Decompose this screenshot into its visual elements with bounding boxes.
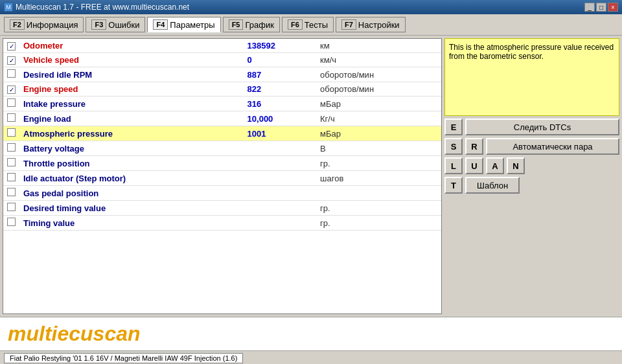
- checkbox-8[interactable]: [7, 158, 16, 166]
- table-row[interactable]: Engine load 10,000 Кг/ч: [3, 111, 441, 126]
- menu-tab-ошибки[interactable]: F3Ошибки: [86, 17, 145, 32]
- table-row[interactable]: Vehicle speed 0 км/ч: [3, 53, 441, 67]
- param-checkbox-2[interactable]: [3, 67, 19, 82]
- minimize-button[interactable]: _: [584, 3, 595, 12]
- table-row[interactable]: Battery voltage В: [3, 141, 441, 156]
- param-name-8: Throttle position: [19, 156, 244, 171]
- param-checkbox-10[interactable]: [3, 186, 19, 201]
- param-value-10: [244, 186, 316, 201]
- table-row[interactable]: Intake pressure 316 мБар: [3, 97, 441, 111]
- checkbox-1[interactable]: [7, 56, 16, 65]
- menu-tab-информация[interactable]: F2Информация: [4, 17, 84, 32]
- menu-tab-настройки[interactable]: F7Настройки: [336, 17, 406, 32]
- menu-tab-график[interactable]: F5График: [223, 17, 280, 32]
- checkbox-6[interactable]: [7, 128, 16, 137]
- checkbox-10[interactable]: [7, 188, 16, 196]
- table-row[interactable]: Throttle position гр.: [3, 156, 441, 171]
- param-name-3: Engine speed: [19, 82, 244, 97]
- param-value-5: 10,000: [244, 111, 316, 126]
- param-checkbox-8[interactable]: [3, 156, 19, 171]
- menu-tab-label: График: [245, 20, 273, 30]
- menu-tab-key: F3: [91, 19, 106, 30]
- menu-tab-label: Параметры: [170, 20, 214, 30]
- main-content: Odometer 138592 км Vehicle speed 0 км/ч …: [0, 36, 622, 317]
- template-row: T Шаблон: [444, 177, 619, 194]
- auto-params-button[interactable]: Автоматически пара: [486, 138, 619, 155]
- param-value-6: 1001: [244, 126, 316, 141]
- param-checkbox-1[interactable]: [3, 53, 19, 67]
- info-box: This is the atmospheric pressure value r…: [444, 38, 619, 116]
- param-unit-0: км: [316, 39, 441, 53]
- param-name-2: Desired idle RPM: [19, 67, 244, 82]
- checkbox-5[interactable]: [7, 113, 16, 122]
- param-checkbox-12[interactable]: [3, 216, 19, 231]
- l-key-button[interactable]: L: [444, 157, 463, 174]
- param-value-8: [244, 156, 316, 171]
- menu-tab-тесты[interactable]: F6Тесты: [282, 17, 334, 32]
- table-row[interactable]: Atmospheric pressure 1001 мБар: [3, 126, 441, 141]
- param-value-7: [244, 141, 316, 156]
- close-button[interactable]: ×: [608, 3, 618, 12]
- logo-text3: cuscan: [69, 322, 140, 345]
- menu-tab-key: F5: [229, 19, 244, 30]
- checkbox-11[interactable]: [7, 203, 16, 211]
- param-checkbox-9[interactable]: [3, 171, 19, 186]
- right-panel: This is the atmospheric pressure value r…: [444, 38, 619, 314]
- param-unit-8: гр.: [316, 156, 441, 171]
- table-row[interactable]: Timing value гр.: [3, 216, 441, 231]
- s-key-button[interactable]: S: [444, 138, 463, 155]
- logo-text1: multi: [8, 322, 57, 345]
- param-checkbox-3[interactable]: [3, 82, 19, 97]
- param-name-5: Engine load: [19, 111, 244, 126]
- checkbox-9[interactable]: [7, 173, 16, 181]
- table-row[interactable]: Desired timing value гр.: [3, 201, 441, 216]
- table-row[interactable]: Gas pedal position: [3, 186, 441, 201]
- param-checkbox-5[interactable]: [3, 111, 19, 126]
- checkbox-7[interactable]: [7, 143, 16, 152]
- param-unit-11: гр.: [316, 201, 441, 216]
- checkbox-3[interactable]: [7, 85, 16, 94]
- follow-dtcs-button[interactable]: Следить DTCs: [465, 119, 619, 135]
- r-key-button[interactable]: R: [465, 138, 483, 155]
- param-unit-7: В: [316, 141, 441, 156]
- menu-tab-key: F2: [10, 19, 25, 30]
- param-name-0: Odometer: [19, 39, 244, 53]
- u-key-button[interactable]: U: [465, 157, 483, 174]
- checkbox-4[interactable]: [7, 98, 16, 107]
- param-unit-4: мБар: [316, 97, 441, 111]
- param-unit-1: км/ч: [316, 53, 441, 67]
- param-unit-10: [316, 186, 441, 201]
- table-row[interactable]: Desired idle RPM 887 оборотов/мин: [3, 67, 441, 82]
- param-checkbox-11[interactable]: [3, 201, 19, 216]
- n-key-button[interactable]: N: [507, 157, 525, 174]
- params-scroll[interactable]: Odometer 138592 км Vehicle speed 0 км/ч …: [3, 39, 441, 313]
- checkbox-2[interactable]: [7, 69, 16, 78]
- a-key-button[interactable]: A: [486, 157, 504, 174]
- e-key-button[interactable]: E: [444, 119, 463, 135]
- param-value-11: [244, 201, 316, 216]
- window-title: Multiecuscan 1.7 - FREE at www.multiecus…: [16, 3, 189, 12]
- template-button[interactable]: Шаблон: [465, 177, 520, 194]
- param-unit-5: Кг/ч: [316, 111, 441, 126]
- maximize-button[interactable]: □: [596, 3, 606, 12]
- table-row[interactable]: Idle actuator (Step motor) шагов: [3, 171, 441, 186]
- menu-bar: F2ИнформацияF3ОшибкиF4ПараметрыF5ГрафикF…: [0, 14, 622, 36]
- menu-tab-параметры[interactable]: F4Параметры: [147, 17, 220, 32]
- status-text: Fiat Palio Restyling '01 1.6 16V / Magne…: [4, 353, 243, 363]
- table-row[interactable]: Odometer 138592 км: [3, 39, 441, 53]
- checkbox-12[interactable]: [7, 218, 16, 226]
- app-icon: M: [4, 3, 13, 12]
- param-checkbox-4[interactable]: [3, 97, 19, 111]
- info-text: This is the atmospheric pressure value r…: [449, 43, 614, 61]
- follow-dtcs-row: E Следить DTCs: [444, 119, 619, 135]
- checkbox-0[interactable]: [7, 42, 16, 51]
- menu-tab-label: Ошибки: [108, 20, 139, 30]
- param-checkbox-6[interactable]: [3, 126, 19, 141]
- param-name-11: Desired timing value: [19, 201, 244, 216]
- menu-tab-label: Тесты: [305, 20, 328, 30]
- param-value-0: 138592: [244, 39, 316, 53]
- t-key-button[interactable]: T: [444, 177, 463, 194]
- table-row[interactable]: Engine speed 822 оборотов/мин: [3, 82, 441, 97]
- param-checkbox-0[interactable]: [3, 39, 19, 53]
- param-checkbox-7[interactable]: [3, 141, 19, 156]
